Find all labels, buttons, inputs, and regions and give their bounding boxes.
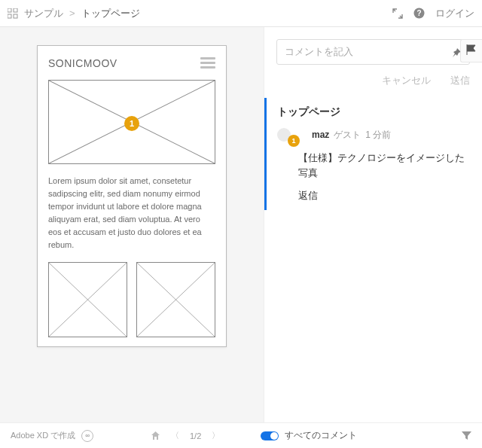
expand-icon[interactable] [392, 8, 403, 19]
comment-input[interactable]: コメントを記入 [276, 39, 470, 65]
comment-role: ゲスト [334, 129, 361, 142]
made-with-label: Adobe XD で作成 [11, 430, 75, 441]
prev-page-button[interactable]: 〈 [168, 428, 182, 443]
hero-placeholder[interactable]: 1 [48, 80, 215, 164]
comment-placeholder: コメントを記入 [285, 45, 353, 59]
flag-icon[interactable] [460, 39, 482, 62]
filter-icon[interactable] [462, 431, 471, 440]
body-text: Lorem ipsum dolor sit amet, consetetur s… [48, 175, 215, 251]
grid-icon[interactable] [8, 8, 18, 19]
next-page-button[interactable]: 〉 [209, 428, 223, 443]
home-icon[interactable] [151, 431, 160, 440]
comment-author: maz [312, 130, 329, 140]
svg-rect-2 [8, 14, 11, 18]
cancel-button[interactable]: キャンセル [382, 74, 431, 87]
comment-pin-badge[interactable]: 1 [124, 116, 139, 131]
breadcrumb-parent[interactable]: サンプル [24, 7, 63, 20]
image-placeholder-left [48, 262, 127, 337]
thread-title: トップページ [277, 105, 471, 119]
help-icon[interactable]: ? [413, 8, 425, 19]
thread-pin-badge: 1 [288, 135, 300, 147]
breadcrumb-current: トップページ [81, 7, 140, 20]
svg-rect-3 [14, 14, 17, 18]
send-button[interactable]: 送信 [450, 74, 470, 87]
comment-body: 【仕様】テクノロジーをイメージした写真 [298, 151, 471, 181]
toggle-switch[interactable] [261, 431, 279, 440]
page-indicator: 1/2 [190, 431, 201, 440]
all-comments-toggle[interactable]: すべてのコメント [261, 429, 357, 442]
top-bar: サンプル > トップページ ? ログイン [0, 0, 482, 27]
artboard: SONICMOOV 1 Lorem ipsum dolor sit amet, … [37, 45, 227, 347]
artboard-title: SONICMOOV [48, 57, 117, 69]
comment-time: 1 分前 [365, 129, 391, 142]
creative-cloud-icon[interactable]: ∞ [81, 430, 93, 442]
login-link[interactable]: ログイン [435, 7, 474, 20]
breadcrumb-separator: > [69, 8, 75, 19]
svg-rect-1 [14, 8, 17, 12]
canvas-area[interactable]: SONICMOOV 1 Lorem ipsum dolor sit amet, … [0, 27, 264, 422]
toggle-label: すべてのコメント [285, 429, 357, 442]
hamburger-icon [200, 55, 215, 71]
svg-text:?: ? [416, 9, 421, 17]
comments-panel: コメントを記入 キャンセル 送信 トップページ 1 maz ゲスト 1 分前 【… [264, 27, 482, 422]
reply-link[interactable]: 返信 [298, 190, 471, 203]
image-placeholder-right [136, 262, 215, 337]
bottom-bar: Adobe XD で作成 ∞ 〈 1/2 〉 すべてのコメント [0, 422, 482, 448]
comment-thread[interactable]: トップページ 1 maz ゲスト 1 分前 【仕様】テクノロジーをイメージした写… [264, 98, 482, 210]
svg-rect-0 [8, 8, 11, 12]
